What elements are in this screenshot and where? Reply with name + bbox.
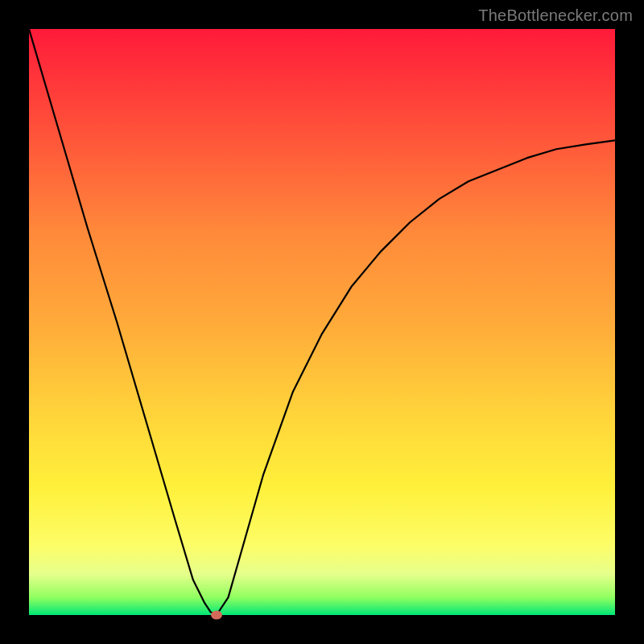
bottleneck-curve	[29, 29, 615, 615]
attribution-label: TheBottlenecker.com	[478, 6, 633, 25]
chart-plot-area	[29, 29, 615, 615]
optimal-point-marker	[211, 611, 222, 620]
